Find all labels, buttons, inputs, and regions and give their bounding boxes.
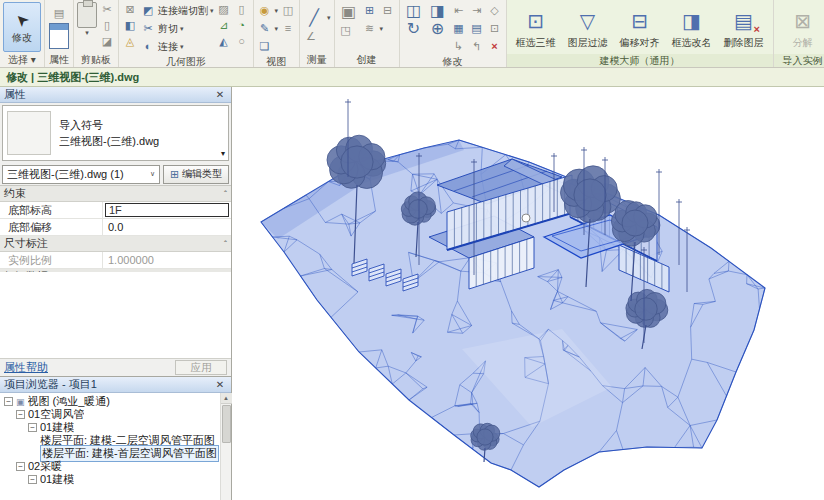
browser-title: 项目浏览器 - 项目1 [4,377,97,392]
hide-dropdown-caret[interactable]: ▾ [275,7,279,15]
create-assembly-icon[interactable]: ⊟ [380,3,396,18]
link-icon[interactable]: ◔ [234,18,250,33]
prop-section-header[interactable]: 尺寸标注ˆ [0,236,231,252]
section-collapse-icon[interactable]: ˆ [224,189,227,199]
split-icon[interactable]: ↰ [469,39,485,54]
unpin-icon[interactable]: ⊡ [487,21,503,36]
demolish-icon[interactable]: ◬ [122,34,138,49]
type-selector-dropdown[interactable]: 三维视图-(三维).dwg (1) ∨ [2,165,160,184]
panel-modify: ◫◨ ↻⊕ ⇤⇥◇ ▦▤⊡ ↳↰× 修改 [400,0,507,67]
prop-label: 底部标高 [0,203,102,218]
pin-icon[interactable]: ◇ [487,3,503,18]
geometry-item-1[interactable]: ✂剪切▾ [140,20,214,37]
beam-join-icon[interactable]: ▨ [216,2,232,17]
geometry-item-caret: ▾ [210,7,214,15]
properties-titlebar[interactable]: 属性 ✕ [0,87,231,103]
paste-dropdown-caret[interactable]: ▾ [85,29,89,37]
panel-label-select[interactable]: 选择 ▾ [0,53,44,67]
mirror-axis-icon[interactable]: ◨ [427,1,449,21]
drag-grip-dot[interactable] [522,214,530,222]
box-select-3d-button[interactable]: ⊡框选三维 [510,2,562,54]
prop-value[interactable]: 0.0 [105,221,229,233]
pick-icon[interactable]: ○ [234,34,250,49]
browser-scrollbar[interactable]: ▲ [220,393,231,500]
type-selector-caret: ∨ [150,170,155,178]
delete-layers-button[interactable]: ▤×删除图层 [718,2,770,54]
delete-icon[interactable]: × [487,39,503,54]
drawing-area[interactable] [232,87,824,500]
explode-button[interactable]: ⊠ 分解 [777,2,824,54]
scale-icon[interactable]: ▤ [469,21,485,36]
offset-align-button[interactable]: ⊟偏移对齐 [614,2,666,54]
hide-lightbulb-icon[interactable]: ◉ [257,3,273,18]
layer-filter-label: 图层过滤 [568,36,608,50]
properties-palette-icon[interactable] [49,23,69,49]
match-type-icon[interactable]: ◪ [99,34,115,49]
trim-icon[interactable]: ↳ [451,39,467,54]
tree-item[interactable]: −01建模 [0,473,220,486]
panel-geometry: ⊠ ◧ ◬ ◩连接端切割▾✂剪切▾◐连接▾ ▨ ⊿ ◭ ▯ ◔ ○ 几何图形 [119,0,254,67]
3d-view[interactable] [232,87,824,500]
browser-tree: −▣视图 (鸿业_暖通)−01空调风管−01建模楼层平面: 建模-二层空调风管平… [0,393,220,500]
tree-expand-icon[interactable]: − [28,423,37,432]
create-caret[interactable]: ▾ [380,25,384,33]
properties-help-link[interactable]: 属性帮助 [4,360,48,375]
edit-type-button[interactable]: ⊞ 编辑类型 [163,165,229,184]
rotate-icon[interactable]: ↻ [403,19,425,39]
panel-import: ⊠ 分解 导入实例 [774,0,824,67]
scroll-up-icon[interactable]: ▲ [221,393,232,404]
apply-button[interactable]: 应用 [175,360,227,375]
override-graphics-icon[interactable]: ◫ [280,3,296,18]
cutaway-icon[interactable]: ≡ [280,21,296,36]
tree-expand-icon[interactable]: − [4,397,13,406]
modify-tool-button[interactable]: ➤ 修改 [3,2,41,52]
tree-expand-icon[interactable]: − [16,410,25,419]
mirror-pick-icon[interactable]: ◫ [403,1,425,21]
prop-section-header[interactable]: 约束ˆ [0,186,231,202]
cut-icon[interactable]: ✂ [99,2,115,17]
panel-label-plugin: 建模大师（通用） [507,54,773,67]
measure-icon[interactable]: ╱ [303,8,325,28]
prop-section-title: 尺寸标注 [4,236,48,251]
insulation-icon[interactable]: ≋ [362,21,378,36]
cope-icon[interactable]: ⊠ [122,2,138,17]
panel-label-clipboard: 剪贴板 [74,53,118,67]
properties-title: 属性 [4,87,26,102]
profile-icon[interactable]: ▯ [234,2,250,17]
views-root-icon: ▣ [16,397,25,407]
tree-expand-icon[interactable]: − [28,475,37,484]
wall-join-icon[interactable]: ⊿ [216,18,232,33]
paste-icon[interactable] [77,2,97,28]
displace-icon[interactable]: ❏ [257,39,273,54]
browser-titlebar[interactable]: 项目浏览器 - 项目1 ✕ [0,377,231,393]
geometry-item-0[interactable]: ◩连接端切割▾ [140,2,214,19]
array-icon[interactable]: ▦ [451,21,467,36]
move-icon[interactable]: ⊕ [427,19,449,39]
angle-dimension-icon[interactable]: ∠ [303,29,319,44]
type-blocks-icon[interactable]: ▤ [51,6,67,21]
properties-close-icon[interactable]: ✕ [213,89,227,101]
geometry-item-2[interactable]: ◐连接▾ [140,38,214,55]
linework-caret[interactable]: ▾ [275,25,279,33]
copy-clipboard-icon[interactable]: ▯ [99,18,115,33]
type-preview[interactable]: 导入符号 三维视图-(三维).dwg ▾ [2,105,229,161]
create-group-icon[interactable]: ▣ [338,2,360,22]
create-parts-icon[interactable]: ⊞ [362,3,378,18]
create-similar-icon[interactable]: ◳ [338,23,354,38]
unjoin-icon[interactable]: ◭ [216,34,232,49]
section-collapse-icon[interactable]: ˆ [224,239,227,249]
panel-label-measure: 测量 [300,53,334,67]
offset-icon[interactable]: ⇤ [451,3,467,18]
box-select-rename-button[interactable]: ◨框选改名 [666,2,718,54]
tree-item[interactable]: −01空调风管 [0,408,220,421]
browser-close-icon[interactable]: ✕ [213,379,227,391]
tree-expand-icon[interactable]: − [16,462,25,471]
layer-filter-button[interactable]: ▽图层过滤 [562,2,614,54]
copy-icon[interactable]: ⇥ [469,3,485,18]
geometry-item-icon-0: ◩ [140,3,156,18]
measure-caret[interactable]: ▾ [327,14,331,22]
base-level-input[interactable]: 1F [105,203,229,217]
scroll-thumb[interactable] [222,405,231,443]
linework-pen-icon[interactable]: ✎ [257,21,273,36]
paint-icon[interactable]: ◧ [122,18,138,33]
